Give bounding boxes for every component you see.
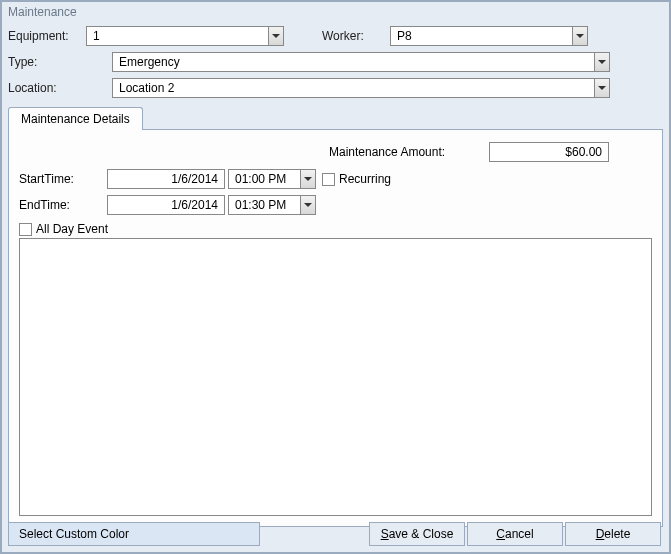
chevron-down-icon[interactable]	[268, 26, 284, 46]
endtime-label: EndTime:	[19, 198, 107, 212]
end-date-input[interactable]	[107, 195, 225, 215]
chevron-down-icon[interactable]	[300, 195, 316, 215]
worker-dropdown[interactable]	[390, 26, 588, 46]
location-input[interactable]	[112, 78, 610, 98]
equipment-input[interactable]	[86, 26, 284, 46]
start-date-input[interactable]	[107, 169, 225, 189]
worker-input[interactable]	[390, 26, 588, 46]
type-label: Type:	[8, 55, 112, 69]
delete-button[interactable]: Delete	[565, 522, 661, 546]
notes-textarea[interactable]	[19, 238, 652, 516]
allday-checkbox[interactable]	[19, 223, 32, 236]
start-time-dropdown[interactable]	[228, 169, 316, 189]
type-input[interactable]	[112, 52, 610, 72]
equipment-dropdown[interactable]	[86, 26, 284, 46]
tab-maintenance-details[interactable]: Maintenance Details	[8, 107, 143, 130]
location-dropdown[interactable]	[112, 78, 610, 98]
tab-area: Maintenance Details Maintenance Amount: …	[8, 106, 663, 527]
recurring-label: Recurring	[339, 172, 391, 186]
type-dropdown[interactable]	[112, 52, 610, 72]
starttime-label: StartTime:	[19, 172, 107, 186]
worker-label: Worker:	[322, 29, 390, 43]
tab-body: Maintenance Amount: StartTime: Recurring…	[8, 129, 663, 527]
button-bar: Select Custom Color Save & Close Cancel …	[8, 522, 663, 546]
button-label: Select Custom Color	[19, 527, 129, 541]
chevron-down-icon[interactable]	[594, 78, 610, 98]
chevron-down-icon[interactable]	[594, 52, 610, 72]
cancel-button[interactable]: Cancel	[467, 522, 563, 546]
maintenance-amount-input[interactable]	[489, 142, 609, 162]
select-custom-color-button[interactable]: Select Custom Color	[8, 522, 260, 546]
header-form: Equipment: Worker: Type: Location:	[2, 22, 669, 100]
chevron-down-icon[interactable]	[300, 169, 316, 189]
end-time-dropdown[interactable]	[228, 195, 316, 215]
chevron-down-icon[interactable]	[572, 26, 588, 46]
allday-label: All Day Event	[36, 222, 108, 236]
maintenance-dialog: Maintenance Equipment: Worker: Type: Loc…	[0, 0, 671, 554]
equipment-label: Equipment:	[8, 29, 86, 43]
tab-strip: Maintenance Details	[8, 106, 663, 129]
location-label: Location:	[8, 81, 112, 95]
save-close-button[interactable]: Save & Close	[369, 522, 465, 546]
recurring-checkbox[interactable]	[322, 173, 335, 186]
dialog-title: Maintenance	[2, 2, 669, 22]
spacer	[262, 522, 369, 546]
maintenance-amount-label: Maintenance Amount:	[329, 145, 489, 159]
